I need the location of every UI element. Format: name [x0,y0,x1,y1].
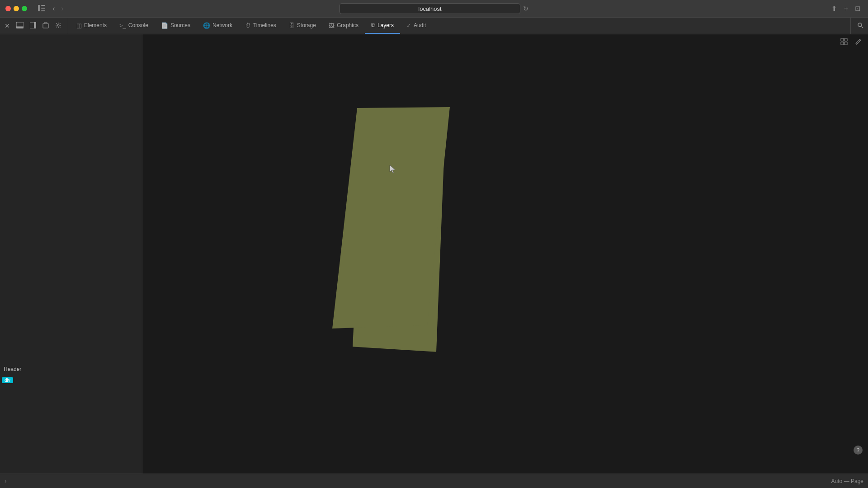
sidebar-badge: div [2,377,13,383]
toolbar-right-controls [850,18,866,34]
close-button[interactable] [5,6,11,11]
main-area: Header div [0,34,868,474]
tab-sources[interactable]: 📄 Sources [155,18,197,34]
tab-graphics[interactable]: 🖼 Graphics [322,18,365,34]
tab-layers[interactable]: ⧉ Layers [365,18,400,34]
timelines-icon: ⏱ [245,22,251,29]
dock-bottom-button[interactable] [14,20,26,32]
dock-right-button[interactable] [27,20,39,32]
bottom-left-controls: › [5,478,6,484]
tab-audit[interactable]: ✓ Audit [400,18,432,34]
svg-rect-3 [41,10,45,11]
url-display: localhost [418,5,441,12]
tab-list: ◫ Elements >_ Console 📄 Sources 🌐 Networ… [70,18,850,34]
network-icon: 🌐 [203,22,210,29]
share-button[interactable]: ⬆ [831,5,837,13]
tab-network[interactable]: 🌐 Network [197,18,239,34]
main-shape-svg [142,34,868,474]
svg-rect-8 [43,23,48,28]
svg-point-10 [858,23,862,27]
svg-rect-4 [16,22,24,27]
address-bar-container: localhost ↻ [340,3,528,14]
tab-elements[interactable]: ◫ Elements [70,18,113,34]
tabs-overview-button[interactable]: ⊡ [855,5,861,13]
sidebar-header-label: Header [0,364,25,374]
titlebar: ‹ › localhost ↻ ⬆ ＋ ⊡ [0,0,868,17]
layers-sidebar: Header div [0,34,142,474]
address-bar[interactable]: localhost [340,3,520,14]
nav-controls: ‹ › [35,4,66,14]
layers-icon: ⧉ [371,22,375,29]
console-icon: >_ [119,22,126,29]
page-info: Auto — Page [831,478,863,484]
settings-button[interactable] [52,20,64,32]
toolbar-left-controls: ✕ [2,18,68,34]
help-button[interactable]: ? [854,446,863,455]
reload-button[interactable]: ↻ [523,5,528,12]
expand-console-button[interactable]: › [5,478,6,484]
traffic-lights [5,6,27,11]
svg-point-9 [57,24,59,26]
svg-rect-0 [38,5,40,11]
svg-marker-18 [332,107,450,328]
bottom-bar: › Auto — Page [0,474,868,488]
maximize-button[interactable] [22,6,27,11]
graphics-icon: 🖼 [329,22,335,29]
tab-console[interactable]: >_ Console [113,18,155,34]
sidebar-toggle-button[interactable] [35,4,48,14]
svg-rect-2 [41,8,45,9]
forward-button[interactable]: › [59,4,65,14]
new-tab-button[interactable]: ＋ [843,5,849,13]
undock-button[interactable] [40,20,52,32]
titlebar-right-buttons: ⬆ ＋ ⊡ [831,5,861,13]
svg-rect-1 [41,5,45,6]
canvas-area[interactable]: ? [142,34,868,474]
svg-line-11 [862,26,863,28]
minimize-button[interactable] [14,6,19,11]
svg-rect-7 [34,22,36,28]
storage-icon: 🗄 [289,22,295,29]
elements-icon: ◫ [76,22,82,29]
svg-rect-5 [16,27,24,28]
tab-storage[interactable]: 🗄 Storage [283,18,322,34]
devtools-toolbar: ✕ ◫ Elem [0,17,868,34]
sources-icon: 📄 [161,22,168,29]
back-button[interactable]: ‹ [51,4,57,14]
audit-icon: ✓ [406,22,411,29]
search-button[interactable] [854,20,866,32]
tab-timelines[interactable]: ⏱ Timelines [239,18,283,34]
close-devtools-button[interactable]: ✕ [2,20,13,31]
